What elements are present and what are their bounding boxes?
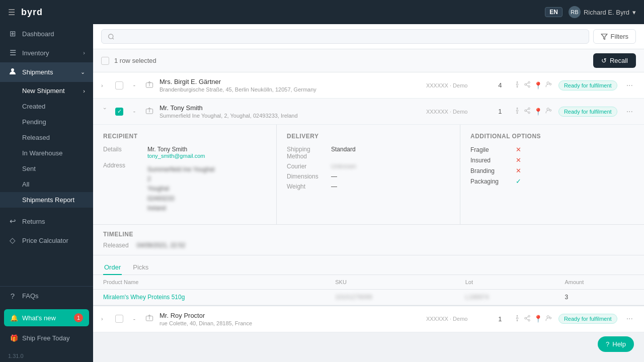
sidebar-subitem-released[interactable]: Released (0, 130, 93, 145)
inventory-icon: ☰ (8, 48, 17, 57)
sidebar-subitem-pending[interactable]: Pending (0, 114, 93, 130)
status-badge: Ready for fulfilment (558, 314, 617, 324)
timeline-section: Timeline Released 04/09/2021, 22:52 (93, 225, 644, 255)
svg-point-6 (516, 83, 518, 85)
help-button-wrap: ? Help (598, 336, 634, 352)
pin-icon: 📍 (534, 315, 542, 323)
options-section: Additional Options Fragile ✕ Insured ✕ B… (460, 125, 644, 224)
more-options-button[interactable]: ··· (623, 313, 636, 324)
sidebar-bottom: ? FAQs 🔔 What's new 1 🎁 Ship Free Today … (0, 286, 93, 362)
hamburger-icon[interactable]: ☰ (8, 8, 15, 17)
topnav-right: EN RB Richard E. Byrd ▾ (545, 6, 636, 18)
sidebar-subitem-all[interactable]: All (0, 176, 93, 192)
svg-point-7 (517, 81, 518, 82)
searchbar: Filters (93, 24, 644, 49)
row-expand-chevron[interactable]: › (102, 108, 108, 116)
row-recipient: Mrs. Birgit E. Gärtner Brandenburgische … (159, 78, 420, 93)
user-avatar: RB (569, 6, 581, 18)
col-lot: Lot (455, 275, 555, 290)
option-branding: Branding ✕ (470, 167, 634, 174)
svg-point-31 (517, 315, 518, 316)
sidebar-item-faqs[interactable]: ? FAQs (0, 287, 93, 305)
new-shipment-arrow: › (83, 88, 85, 94)
sidebar-subitem-sent[interactable]: Sent (0, 161, 93, 176)
status-badge: Ready for fulfilment (558, 80, 617, 90)
group-icon (545, 315, 552, 323)
selection-text: 1 row selected (101, 57, 156, 65)
svg-line-2 (112, 38, 113, 39)
recipient-section: Recipient Details Mr. Tony Smith tony_sm… (93, 125, 277, 224)
filter-button[interactable]: Filters (593, 29, 636, 44)
row-expand-chevron[interactable]: › (101, 316, 109, 322)
user-menu[interactable]: RB Richard E. Byrd ▾ (569, 6, 636, 18)
svg-point-30 (516, 317, 518, 319)
pin-icon: 📍 (534, 81, 542, 89)
more-options-button[interactable]: ··· (623, 80, 636, 91)
table-area: 1 row selected ↺ Recall › - Mrs. Birgit … (93, 49, 644, 362)
sidebar-item-label: Returns (22, 218, 45, 225)
svg-point-15 (549, 83, 551, 85)
share-icon (524, 107, 531, 116)
tab-order[interactable]: Order (103, 260, 122, 275)
lang-badge[interactable]: EN (545, 7, 562, 17)
svg-point-35 (528, 319, 530, 321)
recall-icon: ↺ (601, 57, 607, 64)
tab-picks[interactable]: Picks (132, 260, 149, 275)
topnav-left: ☰ byrd (8, 7, 43, 18)
svg-point-14 (547, 82, 549, 84)
whats-new-badge: 1 (74, 313, 83, 322)
sidebar-item-label: FAQs (22, 292, 39, 300)
sidebar-subitem-new-shipment[interactable]: New Shipment › (0, 83, 93, 99)
sidebar-subitem-shipments-report[interactable]: Shipments Report (0, 192, 93, 208)
svg-line-25 (526, 109, 528, 110)
sidebar-item-inventory[interactable]: ☰ Inventory › (0, 43, 93, 62)
select-all-checkbox[interactable] (101, 57, 109, 65)
share-icon (524, 81, 531, 89)
version-label: 1.31.0 (0, 350, 93, 362)
recall-button[interactable]: ↺ Recall (593, 53, 636, 68)
help-icon: ? (606, 340, 609, 348)
table-row: › - Mr. Roy Proctor rue Colette, 40, Din… (93, 306, 644, 332)
row-expand-chevron[interactable]: › (101, 82, 109, 88)
sidebar-item-label: Inventory (22, 49, 49, 57)
col-product-name: Product Name (93, 275, 325, 290)
row-checkbox[interactable] (115, 81, 123, 89)
row-action-icons: 📍 (514, 107, 552, 116)
svg-point-9 (528, 81, 530, 83)
more-options-button[interactable]: ··· (623, 106, 636, 117)
layout: ⊞ Dashboard ☰ Inventory › Shipments ⌄ Ne… (0, 24, 644, 362)
ship-free-button[interactable]: 🎁 Ship Free Today (4, 330, 89, 346)
row-checkbox[interactable] (115, 315, 123, 323)
sidebar-item-shipments[interactable]: Shipments ⌄ (0, 62, 93, 82)
product-name-cell[interactable]: Miralem's Whey Proteins 510g (93, 289, 325, 305)
svg-line-24 (526, 111, 528, 112)
detail-grid: Recipient Details Mr. Tony Smith tony_sm… (93, 125, 644, 225)
svg-point-19 (517, 108, 518, 109)
sidebar-item-label: Price Calculator (22, 237, 68, 244)
search-wrap[interactable] (101, 29, 589, 44)
sidebar: ⊞ Dashboard ☰ Inventory › Shipments ⌄ Ne… (0, 24, 93, 362)
search-input[interactable] (119, 33, 583, 40)
sidebar-item-dashboard[interactable]: ⊞ Dashboard (0, 24, 93, 43)
sidebar-subitem-in-warehouse[interactable]: In Warehouse (0, 145, 93, 161)
svg-marker-3 (601, 34, 607, 39)
help-button[interactable]: ? Help (598, 336, 634, 352)
row-dash: - (129, 81, 139, 89)
sidebar-item-price-calculator[interactable]: ◇ Price Calculator (0, 231, 93, 250)
order-table: Product Name SKU Lot Amount Miralem's Wh… (93, 275, 644, 305)
row-checkbox[interactable]: ✓ (115, 108, 123, 116)
svg-point-0 (11, 68, 14, 71)
expanded-detail-panel: Recipient Details Mr. Tony Smith tony_sm… (93, 125, 644, 306)
filter-icon (601, 33, 608, 40)
packaging-check-icon: ✓ (516, 177, 521, 185)
svg-point-20 (517, 113, 518, 114)
svg-point-34 (525, 317, 527, 319)
sidebar-subitem-created[interactable]: Created (0, 99, 93, 114)
whats-new-button[interactable]: 🔔 What's new 1 (4, 309, 89, 326)
sidebar-item-label: Shipments (22, 68, 53, 76)
svg-line-12 (526, 85, 528, 86)
svg-point-26 (547, 108, 549, 111)
delivery-section: Delivery Shipping Method Standard Courie… (277, 125, 460, 224)
row-recipient: Mr. Tony Smith Summerfield Ine Youghal, … (159, 104, 420, 119)
sidebar-item-returns[interactable]: ↩ Returns (0, 212, 93, 231)
